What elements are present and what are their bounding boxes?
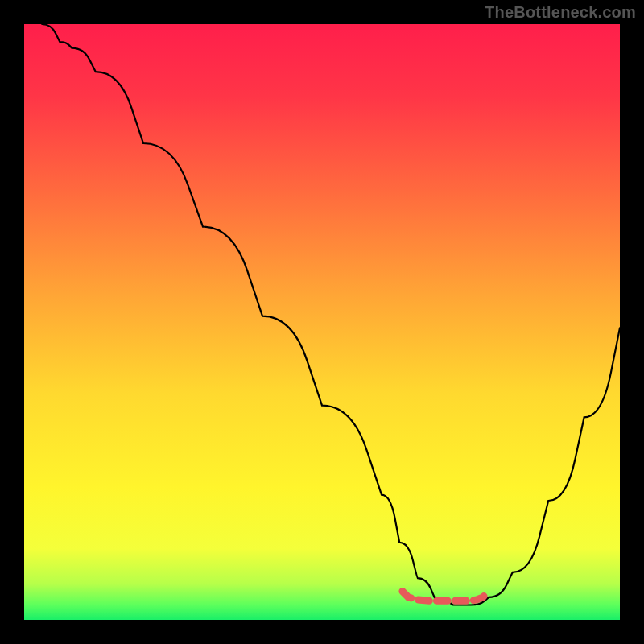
watermark-text: TheBottleneck.com	[485, 3, 636, 22]
chart-root: TheBottleneck.com	[0, 0, 644, 644]
plot-background	[24, 24, 620, 620]
bottleneck-chart	[0, 0, 644, 644]
